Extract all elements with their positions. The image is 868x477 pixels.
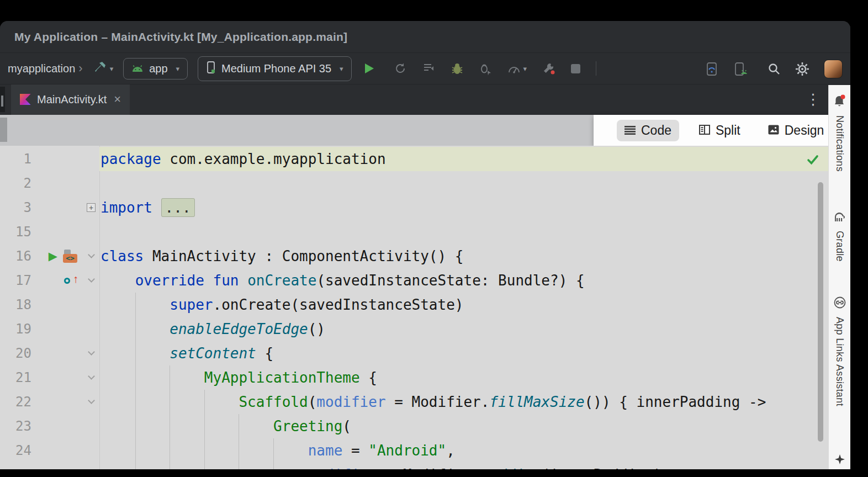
tab-mainactivity[interactable]: MainActivity.kt × <box>11 84 130 115</box>
more-options-icon[interactable]: ⋮ <box>806 91 821 108</box>
code-text[interactable]: Greeting( <box>99 414 828 438</box>
fold-collapse-icon[interactable] <box>88 275 95 283</box>
editor-mode-bar: Code Split Design <box>0 115 850 146</box>
project-breadcrumb[interactable]: myapplication <box>8 62 75 75</box>
run-config-caret-icon: ▾ <box>176 65 180 73</box>
fold-collapse-icon[interactable] <box>88 251 95 258</box>
gutter[interactable]: 15 <box>0 220 99 244</box>
code-editor[interactable]: 1package com.example.myapplication23+imp… <box>0 146 828 469</box>
code-text[interactable] <box>99 220 828 244</box>
code-line[interactable]: 16▶<>class MainActivity : ComponentActiv… <box>0 244 828 268</box>
code-line[interactable]: 19 enableEdgeToEdge() <box>0 317 828 341</box>
code-line[interactable]: 2 <box>0 171 828 195</box>
tool-button-gradle[interactable]: Gradle <box>829 211 850 262</box>
code-text[interactable]: enableEdgeToEdge() <box>99 317 828 341</box>
code-line[interactable]: 3+import ... <box>0 195 828 220</box>
code-line[interactable]: 15 <box>0 220 828 244</box>
gutter[interactable]: 2 <box>0 171 99 195</box>
code-line[interactable]: 22 Scaffold(modifier = Modifier.fillMaxS… <box>0 390 828 414</box>
gutter[interactable]: 18 <box>0 293 99 317</box>
code-line[interactable]: 25 modifier = Modifier.padding(innerPadd… <box>0 463 828 469</box>
title-bar[interactable]: My Application – MainActivity.kt [My_App… <box>0 21 850 53</box>
code-segment: () <box>308 321 325 337</box>
overrides-icon[interactable]: ↑ <box>63 273 78 288</box>
code-text[interactable]: super.onCreate(savedInstanceState) <box>99 293 828 317</box>
code-text[interactable]: MyApplicationTheme { <box>99 365 828 390</box>
run-actions-group: ▾ <box>378 62 581 75</box>
code-text[interactable]: override fun onCreate(savedInstanceState… <box>99 268 828 293</box>
user-avatar[interactable] <box>824 60 843 78</box>
tab-split[interactable]: Split <box>691 120 748 141</box>
gutter[interactable]: 20 <box>0 341 99 365</box>
bell-icon <box>833 94 846 110</box>
code-segment: modifier <box>316 394 385 410</box>
attach-debugger-icon <box>479 62 492 75</box>
code-text[interactable]: class MainActivity : ComponentActivity()… <box>99 244 828 268</box>
code-segment: name <box>308 442 343 459</box>
code-segment: ()) { innerPadding -> <box>585 394 766 410</box>
gutter[interactable]: 19 <box>0 317 99 341</box>
code-line[interactable]: 23 Greeting( <box>0 414 828 438</box>
tool-button-app-links[interactable]: App Links Assistant <box>829 296 850 406</box>
device-selector[interactable]: Medium Phone API 35 ▾ <box>198 56 352 81</box>
device-manager-button[interactable] <box>733 62 748 76</box>
apply-code-changes-button[interactable] <box>422 62 436 75</box>
code-segment: MainActivity : ComponentActivity() { <box>144 248 463 264</box>
run-class-icon[interactable]: ▶ <box>49 244 57 268</box>
gemini-spark-button[interactable] <box>829 454 850 465</box>
code-segment: .onCreate(savedInstanceState) <box>213 296 464 313</box>
line-number: 19 <box>15 317 31 341</box>
gutter[interactable]: 3+ <box>0 195 99 220</box>
editor-scrollbar[interactable] <box>818 182 823 442</box>
fold-collapse-icon[interactable] <box>88 348 95 356</box>
code-lines-icon <box>624 123 636 138</box>
gutter[interactable]: 22 <box>0 390 99 414</box>
attach-debugger-button[interactable] <box>479 62 492 75</box>
mode-code-label: Code <box>641 123 671 138</box>
code-text[interactable]: package com.example.myapplication <box>99 147 828 171</box>
code-text[interactable]: modifier = Modifier.padding(innerPadding… <box>99 463 828 469</box>
search-button[interactable] <box>768 62 781 76</box>
device-label: Medium Phone API 35 <box>221 62 331 75</box>
code-text[interactable]: name = "Android", <box>99 438 828 463</box>
code-line[interactable]: 21 MyApplicationTheme { <box>0 365 828 390</box>
close-tab-icon[interactable]: × <box>114 92 121 107</box>
troubleshoot-button[interactable] <box>542 62 555 75</box>
code-text[interactable]: setContent { <box>99 341 828 365</box>
code-line[interactable]: 1package com.example.myapplication <box>0 147 828 171</box>
run-config-selector[interactable]: app ▾ <box>123 58 188 80</box>
tab-code[interactable]: Code <box>617 120 679 141</box>
gutter[interactable]: 25 <box>0 463 99 469</box>
code-text[interactable]: Scaffold(modifier = Modifier.fillMaxSize… <box>99 390 828 414</box>
apply-changes-button[interactable] <box>394 62 407 75</box>
tab-design[interactable]: Design <box>760 120 832 141</box>
code-line[interactable]: 24 name = "Android", <box>0 438 828 463</box>
code-text[interactable]: import ... <box>99 195 828 220</box>
gutter[interactable]: 17↑ <box>0 268 99 293</box>
code-segment: , <box>446 442 455 459</box>
build-button[interactable]: ▾ <box>94 61 114 76</box>
gutter[interactable]: 24 <box>0 438 99 463</box>
gutter[interactable]: 16▶<> <box>0 244 99 268</box>
code-line[interactable]: 18 super.onCreate(savedInstanceState) <box>0 293 828 317</box>
code-line[interactable]: 20 setContent { <box>0 341 828 365</box>
profiler-gauge-icon <box>507 63 521 74</box>
running-devices-button[interactable] <box>705 62 719 76</box>
settings-button[interactable] <box>795 62 809 76</box>
activity-gutter-icon[interactable]: <> <box>63 248 78 264</box>
fold-collapse-icon[interactable] <box>88 397 95 404</box>
inspections-ok-icon[interactable] <box>806 153 819 168</box>
fold-collapse-icon[interactable] <box>88 373 95 380</box>
gutter[interactable]: 21 <box>0 365 99 390</box>
fold-expand-icon[interactable]: + <box>87 203 96 212</box>
tool-button-notifications[interactable]: Notifications <box>829 94 850 172</box>
debug-button[interactable] <box>451 62 463 75</box>
stop-button[interactable] <box>571 64 580 73</box>
run-button[interactable] <box>363 62 375 75</box>
gutter[interactable]: 1 <box>0 147 99 171</box>
code-text[interactable] <box>99 171 828 195</box>
profiler-button[interactable]: ▾ <box>507 63 527 74</box>
gutter[interactable]: 23 <box>0 414 99 438</box>
run-config-label: app <box>149 62 167 75</box>
code-line[interactable]: 17↑ override fun onCreate(savedInstanceS… <box>0 268 828 293</box>
